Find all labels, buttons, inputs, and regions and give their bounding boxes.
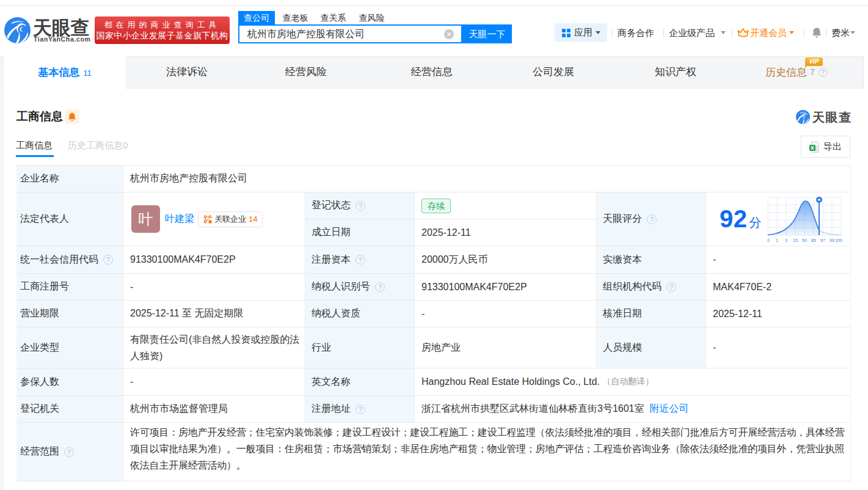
svg-text:99: 99: [830, 238, 834, 243]
svg-text:0: 0: [767, 238, 770, 243]
svg-text:85: 85: [811, 238, 816, 243]
svg-text:97: 97: [820, 238, 825, 243]
svg-text:100: 100: [835, 238, 842, 243]
svg-text:15: 15: [793, 238, 798, 243]
svg-text:3: 3: [785, 238, 787, 243]
svg-text:1: 1: [776, 238, 778, 243]
svg-text:50: 50: [802, 238, 807, 243]
